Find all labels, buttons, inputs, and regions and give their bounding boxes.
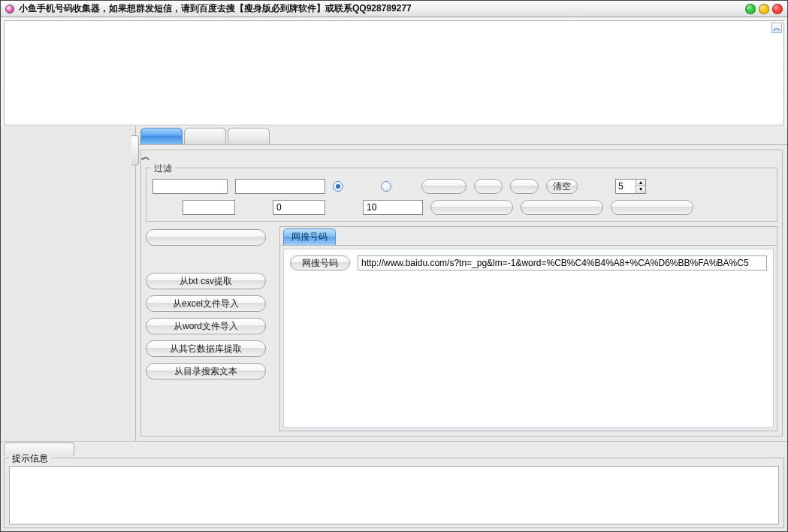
hint-group: 提示信息 [4, 458, 784, 528]
lower-split: 从txt csv提取 从excel文件导入 从word文件导入 从其它数据库提取… [146, 226, 777, 431]
app-icon [5, 5, 14, 14]
middle-area: ︽ 过滤 清空 [1, 125, 787, 441]
source-btn-otherdb[interactable]: 从其它数据库提取 [146, 340, 266, 357]
bottom-tabrow [1, 441, 787, 456]
filter-spinner[interactable]: ▴ ▾ [615, 179, 646, 194]
filter-row-1: 清空 ▴ ▾ [152, 179, 771, 194]
outer-tabstrip [136, 126, 787, 145]
filter-input-3[interactable] [183, 200, 235, 215]
filter-btn-6[interactable] [611, 200, 693, 215]
source-btn-excel[interactable]: 从excel文件导入 [146, 295, 266, 312]
hint-legend: 提示信息 [9, 452, 51, 465]
window-controls [745, 4, 783, 14]
source-btn-blank[interactable] [146, 229, 266, 246]
filter-input-5[interactable] [363, 200, 423, 215]
minimize-button[interactable] [745, 4, 756, 14]
app-window: 小鱼手机号码收集器，如果想群发短信，请到百度去搜【瘦身版必到牌软件】或联系QQ9… [0, 0, 788, 532]
filter-row-2 [183, 200, 771, 215]
window-title: 小鱼手机号码收集器，如果想群发短信，请到百度去搜【瘦身版必到牌软件】或联系QQ9… [19, 2, 745, 15]
spinner-value[interactable] [616, 180, 636, 193]
tab-websearch[interactable]: 网搜号码 [283, 228, 336, 245]
hint-textarea[interactable] [9, 466, 779, 524]
filter-group: 过滤 清空 [146, 168, 777, 222]
spinner-down-icon[interactable]: ▾ [636, 186, 645, 193]
filter-input-2[interactable] [235, 179, 325, 194]
right-content: ︽ 过滤 清空 [140, 150, 783, 437]
outer-tab-1[interactable] [140, 128, 183, 144]
source-buttons: 从txt csv提取 从excel文件导入 从word文件导入 从其它数据库提取… [146, 226, 273, 431]
collapse-top-icon[interactable]: ︽ [771, 23, 782, 33]
filter-btn-1[interactable] [421, 179, 466, 194]
source-btn-word[interactable]: 从word文件导入 [146, 318, 266, 334]
maximize-button[interactable] [759, 4, 769, 14]
top-panel: ︽ [4, 20, 784, 125]
right-main: ︽ 过滤 清空 [136, 125, 787, 441]
collapse-right-icon[interactable]: ︽ [141, 150, 782, 163]
clear-button[interactable]: 清空 [546, 179, 578, 194]
filter-input-1[interactable] [152, 179, 228, 194]
bottom-area: 提示信息 [1, 441, 787, 531]
filter-btn-4[interactable] [430, 200, 513, 215]
filter-btn-5[interactable] [521, 200, 603, 215]
filter-btn-2[interactable] [474, 179, 503, 194]
source-btn-txtcsv[interactable]: 从txt csv提取 [146, 273, 266, 289]
left-sidebar [1, 125, 136, 441]
url-input[interactable] [358, 255, 767, 271]
filter-input-4[interactable] [273, 200, 325, 215]
title-bar: 小鱼手机号码收集器，如果想群发短信，请到百度去搜【瘦身版必到牌软件】或联系QQ9… [1, 1, 787, 17]
outer-tab-3[interactable] [228, 128, 270, 144]
filter-btn-3[interactable] [510, 179, 539, 194]
filter-radio-2[interactable] [381, 181, 391, 192]
filter-legend: 过滤 [151, 162, 175, 175]
inner-tabstrip: 网搜号码 [280, 227, 777, 246]
outer-tab-2[interactable] [184, 128, 226, 144]
close-button[interactable] [772, 4, 783, 14]
filter-radio-1[interactable] [333, 181, 343, 192]
websearch-button[interactable]: 网搜号码 [290, 255, 350, 271]
search-panel: 网搜号码 网搜号码 [279, 226, 777, 431]
search-content: 网搜号码 [283, 249, 774, 428]
source-btn-dirtext[interactable]: 从目录搜索文本 [146, 363, 266, 379]
